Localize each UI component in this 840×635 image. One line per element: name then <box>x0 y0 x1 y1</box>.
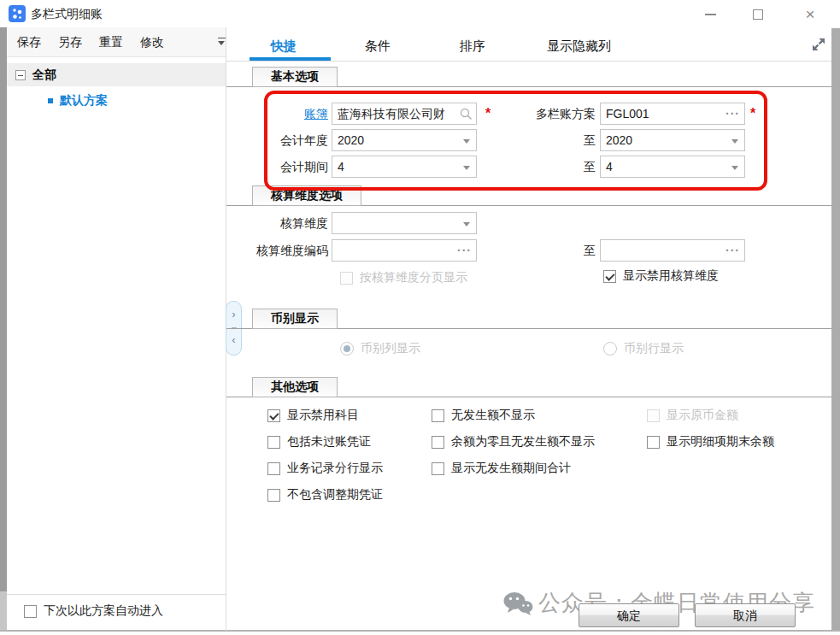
ellipsis-button[interactable]: ··· <box>725 240 740 261</box>
checkbox-icon[interactable] <box>647 436 660 449</box>
ledger-link[interactable]: 账簿 <box>304 107 328 121</box>
maximize-icon <box>753 9 763 20</box>
other-option-checkbox[interactable]: 业务记录分行显示 <box>267 461 383 476</box>
tree-node-all-label: 全部 <box>32 68 56 83</box>
fiscal-year-label: 会计年度 <box>227 129 328 151</box>
dropdown-arrow-icon[interactable] <box>463 166 470 173</box>
chevron-left-icon[interactable]: ‹ <box>226 334 241 345</box>
paging-checkbox: 按核算维度分页显示 <box>340 270 467 285</box>
window-bottom-border <box>0 630 840 632</box>
other-option-checkbox[interactable]: 显示无发生额期间合计 <box>432 461 571 476</box>
other-option-checkbox[interactable]: 无发生额不显示 <box>432 408 535 423</box>
dropdown-arrow-icon[interactable] <box>731 166 738 173</box>
dropdown-arrow-icon[interactable] <box>463 222 470 230</box>
other-option-label: 无发生额不显示 <box>451 408 535 423</box>
expand-dialog-button[interactable] <box>810 36 827 53</box>
auto-enter-label: 下次以此方案自动进入 <box>44 603 163 619</box>
show-disabled-dimension-checkbox[interactable]: 显示禁用核算维度 <box>603 268 719 284</box>
scheme-input[interactable]: FGL001 ··· <box>600 103 745 125</box>
other-option-checkbox[interactable]: 余额为零且无发生额不显示 <box>432 434 595 450</box>
bullet-icon <box>48 98 53 103</box>
tree-item-default-scheme[interactable]: 默认方案 <box>7 91 226 111</box>
other-option-label: 业务记录分行显示 <box>287 461 383 476</box>
other-option-label: 显示无发生额期间合计 <box>451 461 571 476</box>
other-option-checkbox[interactable]: 显示明细项期末余额 <box>647 434 774 450</box>
checkbox-icon[interactable] <box>432 409 444 422</box>
chevron-down-icon <box>218 41 225 49</box>
checkbox-icon[interactable] <box>267 489 280 502</box>
ledger-value: 蓝海科技有限公司财 <box>338 107 445 121</box>
dimension-select[interactable] <box>332 212 477 234</box>
tab-sort[interactable]: 排序 <box>460 38 485 55</box>
cancel-button[interactable]: 取消 <box>695 603 796 627</box>
fiscal-year-to-select[interactable]: 2020 <box>600 129 745 151</box>
period-to-select[interactable]: 4 <box>600 156 745 178</box>
save-button[interactable]: 保存 <box>17 35 41 50</box>
section-basic-options: 基本选项 <box>252 67 338 87</box>
ok-button[interactable]: 确定 <box>579 603 679 627</box>
chevron-right-icon[interactable]: › <box>226 309 241 320</box>
checkbox-icon[interactable] <box>24 605 37 618</box>
period-to-value: 4 <box>606 160 613 173</box>
dimension-code-to-input[interactable]: ··· <box>600 239 745 262</box>
checkbox-icon[interactable] <box>267 462 280 475</box>
fiscal-year-to-value: 2020 <box>606 133 632 147</box>
scheme-value: FGL001 <box>606 107 649 121</box>
other-option-label: 显示禁用科目 <box>287 408 359 423</box>
reset-button[interactable]: 重置 <box>99 35 123 50</box>
ellipsis-button[interactable]: ··· <box>725 103 740 124</box>
ledger-input[interactable]: 蓝海科技有限公司财 <box>332 103 477 125</box>
close-icon: × <box>805 9 814 21</box>
section-other-options: 其他选项 <box>252 377 338 397</box>
other-option-label: 不包含调整期凭证 <box>287 487 383 503</box>
maximize-button[interactable] <box>745 7 771 22</box>
minimize-icon <box>705 14 716 15</box>
auto-enter-checkbox[interactable]: 下次以此方案自动进入 <box>24 603 163 619</box>
tabbar-divider <box>226 61 831 62</box>
ellipsis-button[interactable]: ··· <box>457 240 472 261</box>
checkbox-checked-icon[interactable] <box>603 270 616 283</box>
dialog-window: 多栏式明细账 × 保存 另存 重置 修改 全部 默认方案 下次以此方案自动进入 … <box>0 0 840 635</box>
minimize-button[interactable] <box>697 7 723 22</box>
other-option-label: 显示明细项期末余额 <box>667 434 774 450</box>
required-asterisk: * <box>750 106 755 121</box>
other-option-checkbox[interactable]: 不包含调整期凭证 <box>267 487 383 503</box>
checkbox-icon <box>340 272 353 285</box>
other-option-label: 包括未过账凭证 <box>287 434 371 450</box>
fiscal-year-to-label: 至 <box>479 129 596 151</box>
left-panel-divider <box>7 594 226 595</box>
modify-button[interactable]: 修改 <box>140 35 164 50</box>
currency-column-label: 币别列显示 <box>361 341 420 356</box>
tree-item-label: 默认方案 <box>60 93 108 109</box>
other-option-checkbox[interactable]: 显示禁用科目 <box>267 408 359 423</box>
checkbox-icon[interactable] <box>267 436 280 449</box>
period-select[interactable]: 4 <box>332 156 477 178</box>
search-icon[interactable] <box>460 108 473 121</box>
close-button[interactable]: × <box>797 7 823 22</box>
tab-condition[interactable]: 条件 <box>365 38 391 55</box>
tree-collapse-icon[interactable] <box>15 70 26 80</box>
tab-quick[interactable]: 快捷 <box>271 38 297 55</box>
checkbox-icon[interactable] <box>432 436 444 449</box>
app-icon <box>9 5 26 22</box>
checkbox-icon[interactable] <box>432 462 444 475</box>
dropdown-arrow-icon[interactable] <box>731 139 738 147</box>
other-option-checkbox[interactable]: 包括未过账凭证 <box>267 434 371 450</box>
save-as-button[interactable]: 另存 <box>58 35 82 50</box>
ledger-link-wrap: 账簿 <box>227 103 328 125</box>
fiscal-year-select[interactable]: 2020 <box>332 129 477 151</box>
currency-column-radio: 币别列显示 <box>340 341 420 356</box>
dropdown-arrow-icon[interactable] <box>463 139 470 147</box>
paging-label: 按核算维度分页显示 <box>360 270 467 285</box>
right-scrollbar[interactable] <box>831 28 840 630</box>
left-edge-strip <box>0 27 7 591</box>
tab-show-hide-columns[interactable]: 显示隐藏列 <box>547 38 611 55</box>
dimension-label: 核算维度 <box>227 212 328 234</box>
tree-node-all[interactable]: 全部 <box>7 63 226 86</box>
section-currency-display: 币别显示 <box>252 309 338 329</box>
dimension-code-input[interactable]: ··· <box>332 239 477 262</box>
checkbox-checked-icon[interactable] <box>267 409 280 422</box>
fiscal-year-value: 2020 <box>338 133 364 147</box>
period-value: 4 <box>338 160 344 173</box>
scheme-label: 多栏账方案 <box>479 103 596 125</box>
